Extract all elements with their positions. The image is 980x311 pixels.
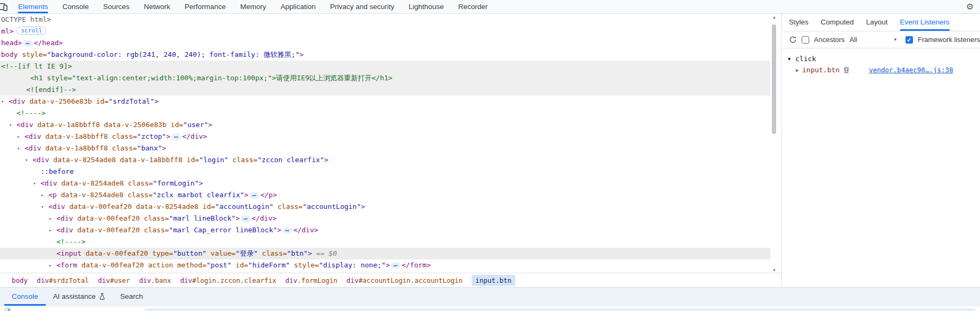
expand-arrow-icon[interactable]: ▸ xyxy=(17,131,24,142)
code-segment: data-v-8254ade8 class= xyxy=(61,179,153,187)
code-segment: </form> xyxy=(401,261,431,269)
sidebar-tab-computed[interactable]: Computed xyxy=(821,14,854,31)
code-segment: == $0 xyxy=(312,249,337,257)
source-link[interactable]: vendor.b4aec90….js:38 xyxy=(869,66,953,74)
scroll-up-icon[interactable]: ▲ xyxy=(771,15,777,20)
toggle-device-toolbar-icon[interactable] xyxy=(0,0,18,13)
tab-privacy-and-security[interactable]: Privacy and security xyxy=(330,0,394,13)
expand-arrow-icon[interactable]: ▸ xyxy=(49,213,56,224)
collapse-arrow-icon[interactable]: ▾ xyxy=(1,96,9,107)
remove-listener-icon[interactable] xyxy=(843,66,850,73)
dom-tree-line[interactable]: <input data-v-00feaf20 type="button" val… xyxy=(0,248,770,259)
dom-tree-line[interactable]: <!----> xyxy=(0,107,770,119)
breadcrumb-item-div-accountlogin-accountlogin[interactable]: div#accountLogin.accountLogin xyxy=(347,276,463,284)
dom-tree-line[interactable]: ▾<div data-v-1a8bbff8 class="banx"> xyxy=(0,142,770,154)
dom-tree-line[interactable]: head>…</head> xyxy=(0,37,770,49)
tab-lighthouse[interactable]: Lighthouse xyxy=(409,0,444,13)
code-segment: data-v-1a8bbff8 data-v-2506e83b id= xyxy=(37,121,183,129)
code-segment: </head> xyxy=(34,39,63,47)
dom-tree-line[interactable]: ▸<div data-v-1a8bbff8 class="zctop">…</d… xyxy=(0,131,770,142)
dom-tree-line[interactable]: ▸<div data-v-00feaf20 class="marl lineBl… xyxy=(0,213,770,224)
dom-tree-line[interactable]: body style="background-color: rgb(241, 2… xyxy=(0,49,770,61)
event-category-row[interactable]: ▼ click xyxy=(788,54,980,64)
clear-console-icon[interactable] xyxy=(5,308,11,311)
tab-elements[interactable]: Elements xyxy=(18,0,48,13)
dom-tree-line[interactable]: ▾<div data-v-8254ade8 class="formLogin"> xyxy=(0,178,770,189)
code-segment: "accountLogin" xyxy=(302,203,361,211)
breadcrumb-item-div-formlogin[interactable]: div.formLogin xyxy=(285,276,337,284)
tab-console[interactable]: Console xyxy=(62,0,89,13)
breadcrumb-item-input-btn[interactable]: input.btn xyxy=(472,275,515,286)
tab-network[interactable]: Network xyxy=(144,0,170,13)
inline-expand-button[interactable]: … xyxy=(391,262,400,269)
panel-tab-bar: ElementsConsoleSourcesNetworkPerformance… xyxy=(18,0,488,13)
dom-tree-line[interactable]: <h1 style="text-align:center;width:100%;… xyxy=(0,72,770,84)
dom-tree[interactable]: OCTYPE html>ml>scrollhead>…</head>body s… xyxy=(0,14,770,273)
collapse-arrow-icon[interactable]: ▾ xyxy=(25,154,32,166)
dom-tree-line[interactable]: ▾<div data-v-00feaf20 data-v-8254ade8 id… xyxy=(0,201,770,213)
dom-tree-line[interactable]: ▾<div data-v-8254ade8 data-v-1a8bbff8 id… xyxy=(0,154,770,166)
scroll-badge[interactable]: scroll xyxy=(17,27,46,35)
expand-arrow-icon[interactable]: ▸ xyxy=(49,224,56,236)
dom-tree-line[interactable]: ml>scroll xyxy=(0,26,770,37)
collapse-arrow-icon[interactable]: ▼ xyxy=(788,56,795,62)
dom-tree-line[interactable]: ▾<div data-v-2506e83b id="srdzTotal"> xyxy=(0,96,770,107)
scroll-down-icon[interactable]: ▼ xyxy=(771,268,777,273)
tab-sources[interactable]: Sources xyxy=(103,0,130,13)
code-segment: "zccon clearfix" xyxy=(258,156,324,164)
dom-tree-line[interactable]: ▸<div data-v-00feaf20 class="marl Cap_er… xyxy=(0,224,770,236)
dom-tree-line[interactable]: ▸<p data-v-8254ade8 class="zclx marbot c… xyxy=(0,189,770,201)
dom-tree-line[interactable]: ::before xyxy=(0,166,770,178)
event-handler-row[interactable]: ▶ input.btn vendor.b4aec90….js:38 xyxy=(788,65,980,75)
tree-scrollbar[interactable]: ▲ ▼ xyxy=(771,15,778,273)
console-filter-bar[interactable] xyxy=(144,308,976,311)
ancestors-checkbox[interactable] xyxy=(802,36,809,44)
framework-listeners-label: Framework listeners xyxy=(918,36,980,44)
sidebar-tab-styles[interactable]: Styles xyxy=(789,14,809,31)
tab-memory[interactable]: Memory xyxy=(240,0,266,13)
inline-expand-button[interactable]: … xyxy=(241,215,250,222)
code-segment: <h1 style="text-align:center;width:100%;… xyxy=(1,74,392,82)
code-segment: data-v-8254ade8 data-v-1a8bbff8 id= xyxy=(53,156,199,164)
dom-tree-line[interactable]: OCTYPE html> xyxy=(0,14,770,26)
listener-filter-select[interactable]: All ▼ xyxy=(850,36,901,44)
inline-expand-button[interactable]: … xyxy=(23,40,32,47)
scrollbar-thumb[interactable] xyxy=(772,24,776,134)
collapse-arrow-icon[interactable]: ▾ xyxy=(41,201,48,213)
drawer-tab-console[interactable]: Console xyxy=(4,288,46,306)
expand-arrow-icon[interactable]: ▸ xyxy=(41,189,48,201)
code-segment: class= xyxy=(258,249,287,257)
inline-expand-button[interactable]: … xyxy=(171,133,181,140)
dom-tree-line[interactable]: <![endif]--> xyxy=(0,84,770,96)
code-segment: data-v-1a8bbff8 class= xyxy=(45,144,137,152)
tab-recorder[interactable]: Recorder xyxy=(458,0,488,13)
sidebar-tab-layout[interactable]: Layout xyxy=(866,14,888,31)
breadcrumb-item-body[interactable]: body xyxy=(12,276,28,284)
dom-tree-line[interactable]: <!----> xyxy=(0,236,770,248)
inline-expand-button[interactable]: … xyxy=(283,227,292,234)
tab-application[interactable]: Application xyxy=(281,0,316,13)
tab-performance[interactable]: Performance xyxy=(185,0,226,13)
inline-expand-button[interactable]: … xyxy=(250,192,259,199)
dom-tree-line[interactable]: ▸<form data-v-00feaf20 action method="po… xyxy=(0,259,770,271)
dom-tree-line[interactable]: ▾<div data-v-1a8bbff8 data-v-2506e83b id… xyxy=(0,119,770,131)
framework-listeners-checkbox[interactable]: ✓ xyxy=(905,36,913,44)
breadcrumb-item-div-user[interactable]: div#user xyxy=(98,276,130,284)
expand-arrow-icon[interactable]: ▸ xyxy=(49,259,56,271)
dom-tree-line[interactable]: <!--[if lt IE 9]> xyxy=(0,61,770,72)
drawer-tab-search[interactable]: Search xyxy=(113,288,151,306)
breadcrumb-item-div-srdztotal[interactable]: div#srdzTotal xyxy=(37,276,89,284)
breadcrumb-item-div-banx[interactable]: div.banx xyxy=(139,276,171,284)
collapse-arrow-icon[interactable]: ▾ xyxy=(33,178,40,189)
code-segment: </div> xyxy=(182,132,207,140)
collapse-arrow-icon[interactable]: ▾ xyxy=(9,119,17,131)
refresh-icon[interactable] xyxy=(789,36,797,44)
handler-node[interactable]: input.btn xyxy=(802,66,839,74)
code-segment: data-v-00feaf20 action method= xyxy=(81,261,207,269)
sidebar-tab-event-listeners[interactable]: Event Listeners xyxy=(900,14,950,31)
collapse-arrow-icon[interactable]: ▾ xyxy=(17,142,24,154)
settings-gear-icon[interactable]: ⚙ xyxy=(966,2,974,12)
drawer-tab-ai-assistance[interactable]: AI assistance xyxy=(46,288,113,306)
expand-arrow-icon[interactable]: ▶ xyxy=(796,68,802,73)
breadcrumb-item-div-login-zccon-clearfix[interactable]: div#login.zccon.clearfix xyxy=(180,276,276,284)
